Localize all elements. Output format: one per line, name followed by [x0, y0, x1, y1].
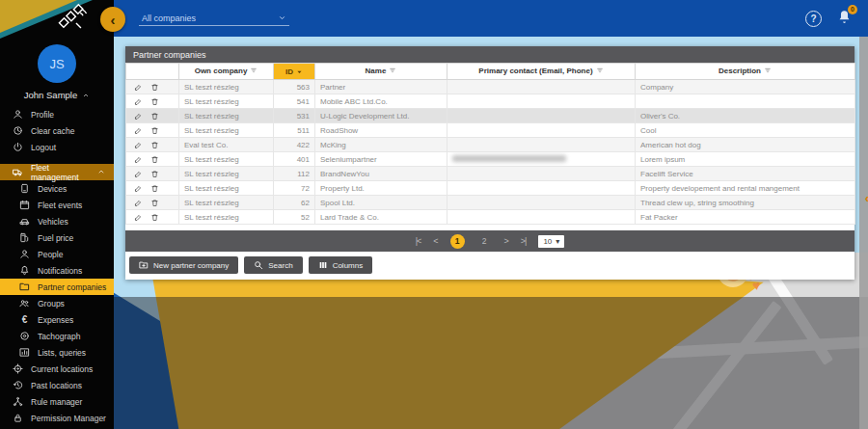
delete-trash-icon[interactable]: [150, 184, 159, 193]
delete-trash-icon[interactable]: [150, 199, 159, 207]
collapse-sidebar-button[interactable]: ‹: [100, 7, 125, 32]
lock-icon: [13, 413, 23, 423]
group-icon: [19, 298, 30, 308]
sidebar-item-lists-queries[interactable]: Lists, queries: [0, 344, 114, 361]
table-body: SL teszt részleg 563 Partner Company SL …: [126, 80, 855, 225]
sidebar-item-vehicles[interactable]: Vehicles: [0, 213, 114, 229]
sidebar-item-permission-manager[interactable]: Permission Manager: [0, 410, 114, 426]
clock-icon: [13, 125, 23, 136]
edit-pencil-icon[interactable]: [134, 141, 143, 149]
redacted-contact: [452, 155, 566, 162]
delete-trash-icon[interactable]: [150, 126, 159, 135]
table-row: SL teszt részleg 511 RoadShow Cool: [126, 123, 855, 138]
sidebar-item-fleet-events[interactable]: Fleet events: [0, 197, 114, 213]
edit-pencil-icon[interactable]: [134, 155, 143, 164]
delete-trash-icon[interactable]: [150, 141, 159, 149]
page-1-button[interactable]: 1: [450, 234, 465, 249]
delete-trash-icon[interactable]: [150, 213, 159, 222]
delete-trash-icon[interactable]: [150, 155, 159, 164]
column-id-sorted[interactable]: ID: [274, 64, 315, 80]
expand-right-panel-icon[interactable]: ‹: [865, 191, 868, 205]
bell-icon: [19, 265, 30, 276]
name-cell: McKing: [315, 138, 448, 152]
sidebar-item-past-locations[interactable]: Past locations: [0, 377, 114, 393]
own-company-cell: Eval test Co.: [179, 138, 274, 152]
search-icon: [254, 260, 263, 270]
sidebar-item-groups[interactable]: Groups: [0, 295, 114, 311]
avatar[interactable]: JS: [38, 44, 76, 83]
last-page-button[interactable]: >|: [521, 236, 527, 246]
delete-trash-icon[interactable]: [150, 112, 159, 121]
table-row: SL teszt részleg 72 Property Ltd. Proper…: [126, 181, 855, 196]
new-partner-company-button[interactable]: New partner company: [129, 256, 238, 274]
folder-icon: [19, 282, 30, 292]
page-2-button[interactable]: 2: [477, 234, 492, 249]
sidebar-item-fleet-management[interactable]: Fleet management: [0, 164, 114, 180]
id-cell: 112: [274, 167, 315, 181]
rule-tree-icon: [13, 396, 23, 407]
row-actions: [131, 112, 174, 121]
sidebar-item-partner-companies[interactable]: Partner companies: [0, 279, 114, 295]
delete-trash-icon[interactable]: [150, 170, 159, 178]
edit-pencil-icon[interactable]: [134, 112, 143, 121]
bar-chart-icon: [19, 347, 30, 358]
previous-page-button[interactable]: <: [433, 236, 437, 246]
table-row: SL teszt részleg 52 Lard Trade & Co. Fat…: [126, 210, 855, 225]
description-cell: Oliver's Co.: [636, 109, 855, 123]
row-actions: [131, 155, 174, 164]
own-company-cell: SL teszt részleg: [179, 109, 274, 123]
own-company-cell: SL teszt részleg: [179, 181, 274, 196]
user-menu-toggle[interactable]: John Sample: [0, 90, 114, 100]
row-actions: [131, 213, 174, 222]
delete-trash-icon[interactable]: [150, 83, 159, 92]
column-own-company[interactable]: Own company: [179, 64, 274, 80]
sort-icon: [596, 67, 604, 76]
help-icon[interactable]: ?: [805, 11, 822, 27]
column-primary-contact[interactable]: Primary contact (Email, Phone): [448, 64, 636, 80]
calendar-icon: [19, 200, 30, 210]
sidebar-item-fuel-price[interactable]: Fuel price: [0, 229, 114, 246]
sidebar-item-rule-manager[interactable]: Rule manager: [0, 393, 114, 410]
edit-pencil-icon[interactable]: [134, 126, 143, 135]
sidebar-item-expenses[interactable]: € Expenses: [0, 311, 114, 328]
sidebar-item-clear-cache[interactable]: Clear cache: [0, 122, 114, 139]
page-size-select[interactable]: 10 ▾: [538, 235, 564, 248]
edit-pencil-icon[interactable]: [134, 199, 143, 207]
sidebar-item-notifications[interactable]: Notifications: [0, 262, 114, 279]
content-area: ♥ ‹ Partner companies Own company ID Nam…: [114, 37, 868, 429]
edit-pencil-icon[interactable]: [134, 83, 143, 92]
edit-pencil-icon[interactable]: [134, 97, 143, 106]
column-description[interactable]: Description: [636, 64, 855, 80]
company-selector[interactable]: All companies: [139, 12, 289, 26]
notifications-bell-icon[interactable]: 0: [836, 9, 853, 29]
contact-cell: [448, 210, 636, 225]
caret-down-icon: ▾: [556, 237, 559, 246]
contact-cell: [448, 109, 636, 123]
first-page-button[interactable]: |<: [416, 236, 421, 246]
pagination-bar: |< < 1 2 > >| 10 ▾: [125, 230, 854, 252]
name-cell: RoadShow: [315, 123, 448, 138]
delete-trash-icon[interactable]: [150, 97, 159, 106]
edit-pencil-icon[interactable]: [134, 213, 143, 222]
edit-pencil-icon[interactable]: [134, 170, 143, 178]
edit-pencil-icon[interactable]: [134, 184, 143, 193]
column-name[interactable]: Name: [315, 64, 448, 80]
next-page-button[interactable]: >: [504, 236, 508, 246]
sidebar-item-current-locations[interactable]: Current locations: [0, 361, 114, 377]
own-company-cell: SL teszt részleg: [179, 152, 274, 167]
sidebar-item-profile[interactable]: Profile: [0, 106, 114, 122]
sidebar-item-tachograph[interactable]: Tachograph: [0, 328, 114, 344]
name-cell: Mobile ABC Ltd.Co.: [315, 94, 448, 109]
sort-icon: [764, 67, 772, 76]
sidebar-item-people[interactable]: People: [0, 246, 114, 262]
row-actions: [131, 141, 174, 149]
contact-cell: [448, 181, 636, 196]
own-company-cell: SL teszt részleg: [179, 94, 274, 109]
euro-icon: €: [19, 314, 30, 325]
sidebar-item-devices[interactable]: Devices: [0, 180, 114, 197]
description-cell: Facelift Service: [636, 167, 855, 181]
columns-button[interactable]: Columns: [309, 256, 373, 274]
sidebar-item-logout[interactable]: Logout: [0, 139, 114, 155]
chevron-down-icon: [278, 13, 286, 22]
search-button[interactable]: Search: [244, 256, 302, 274]
